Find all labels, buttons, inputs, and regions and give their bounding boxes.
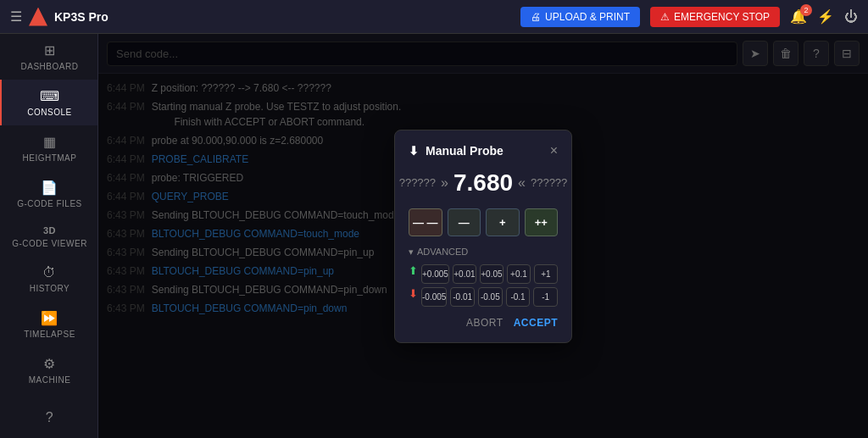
printer-icon: 🖨 bbox=[531, 11, 541, 23]
fine-down-001[interactable]: -0.01 bbox=[450, 287, 475, 307]
fine-up-0005[interactable]: +0.005 bbox=[421, 264, 449, 284]
history-icon: ⏱ bbox=[42, 265, 57, 280]
sidebar-item-heightmap[interactable]: ▦ HEIGHTMAP bbox=[0, 125, 97, 171]
fine-up-001[interactable]: +0.01 bbox=[453, 264, 476, 284]
timelapse-icon: ⏩ bbox=[41, 310, 58, 326]
fine-down-1[interactable]: -1 bbox=[533, 287, 558, 307]
fine-up-01[interactable]: +0.1 bbox=[507, 264, 531, 284]
modal-close-button[interactable]: × bbox=[550, 144, 558, 158]
left-question-marks: ?????? bbox=[399, 176, 436, 189]
notification-badge: 2 bbox=[800, 4, 812, 16]
probe-display: ?????? » 7.680 « ?????? bbox=[409, 169, 558, 197]
sidebar-item-timelapse[interactable]: ⏩ TIMELAPSE bbox=[0, 302, 97, 347]
sidebar-item-machine[interactable]: ⚙ MACHINE bbox=[0, 347, 97, 393]
gcode-viewer-icon: 3D bbox=[43, 225, 56, 236]
move-plus-button[interactable]: + bbox=[486, 208, 520, 236]
sidebar-item-console[interactable]: ⌨ CONSOLE bbox=[0, 80, 97, 125]
down-icon: ⬇ bbox=[409, 287, 418, 307]
dashboard-icon: ⊞ bbox=[44, 42, 56, 58]
move-minus-button[interactable]: — bbox=[448, 208, 481, 236]
up-icon: ⬆ bbox=[409, 264, 418, 284]
fine-up-005[interactable]: +0.05 bbox=[480, 264, 504, 284]
hamburger-icon[interactable]: ☰ bbox=[10, 8, 22, 25]
topbar-right: 🖨 UPLOAD & PRINT ⚠ EMERGENCY STOP 🔔 2 ⚡ … bbox=[520, 7, 858, 27]
fine-up-1[interactable]: +1 bbox=[534, 264, 558, 284]
upload-print-button[interactable]: 🖨 UPLOAD & PRINT bbox=[520, 7, 640, 27]
power-icon[interactable]: ⏻ bbox=[844, 9, 858, 25]
console-icon: ⌨ bbox=[40, 88, 60, 104]
fine-down-005[interactable]: -0.05 bbox=[478, 287, 503, 307]
sidebar-item-history[interactable]: ⏱ HISTORY bbox=[0, 257, 97, 302]
accept-button[interactable]: ACCEPT bbox=[514, 317, 558, 329]
topbar: ☰ KP3S Pro 🖨 UPLOAD & PRINT ⚠ EMERGENCY … bbox=[0, 0, 868, 34]
fine-down-0005[interactable]: -0.005 bbox=[421, 287, 447, 307]
modal-overlay: ⬇ Manual Probe × ?????? » 7.680 « ??????… bbox=[98, 34, 868, 438]
probe-download-icon: ⬇ bbox=[409, 144, 419, 158]
alert-icon[interactable]: ⚡ bbox=[817, 8, 834, 25]
emergency-stop-button[interactable]: ⚠ EMERGENCY STOP bbox=[650, 7, 780, 27]
move-plus-plus-button[interactable]: ++ bbox=[525, 208, 559, 236]
sidebar-bottom: ? bbox=[0, 393, 97, 438]
sidebar-item-gcode-files[interactable]: 📄 G-CODE FILES bbox=[0, 171, 97, 217]
fine-up-buttons: ⬆ +0.005 +0.01 +0.05 +0.1 +1 bbox=[409, 264, 558, 284]
notification-icon[interactable]: 🔔 2 bbox=[790, 8, 807, 25]
app-title: KP3S Pro bbox=[54, 10, 108, 24]
advanced-toggle[interactable]: ▾ ADVANCED bbox=[409, 247, 558, 258]
main-layout: ⊞ DASHBOARD ⌨ CONSOLE ▦ HEIGHTMAP 📄 G-CO… bbox=[0, 34, 868, 438]
logo-icon bbox=[29, 8, 47, 26]
gcode-files-icon: 📄 bbox=[41, 180, 58, 196]
modal-header: ⬇ Manual Probe × bbox=[409, 144, 558, 158]
stop-icon: ⚠ bbox=[660, 11, 670, 23]
move-minus-minus-button[interactable]: — — bbox=[409, 208, 442, 236]
machine-icon: ⚙ bbox=[43, 356, 56, 372]
fine-down-01[interactable]: -0.1 bbox=[506, 287, 531, 307]
topbar-left: ☰ KP3S Pro bbox=[10, 8, 108, 26]
sidebar: ⊞ DASHBOARD ⌨ CONSOLE ▦ HEIGHTMAP 📄 G-CO… bbox=[0, 34, 98, 438]
sidebar-item-help[interactable]: ? bbox=[0, 402, 97, 434]
chevron-left-icon: « bbox=[518, 175, 526, 191]
sidebar-item-gcode-viewer[interactable]: 3D G-CODE VIEWER bbox=[0, 217, 97, 257]
chevron-right-icon: » bbox=[441, 175, 448, 191]
abort-button[interactable]: ABORT bbox=[466, 317, 504, 329]
move-buttons: — — — + ++ bbox=[409, 208, 558, 236]
fine-down-buttons: ⬇ -0.005 -0.01 -0.05 -0.1 -1 bbox=[409, 287, 558, 307]
manual-probe-modal: ⬇ Manual Probe × ?????? » 7.680 « ??????… bbox=[394, 130, 572, 343]
sidebar-item-dashboard[interactable]: ⊞ DASHBOARD bbox=[0, 34, 97, 80]
content-area: ➤ 🗑 ? ⊟ 6:44 PM Z position: ?????? --> 7… bbox=[98, 34, 868, 438]
heightmap-icon: ▦ bbox=[43, 134, 57, 150]
help-icon: ? bbox=[46, 410, 53, 425]
probe-value: 7.680 bbox=[453, 169, 513, 197]
modal-title: ⬇ Manual Probe bbox=[409, 144, 504, 158]
right-question-marks: ?????? bbox=[531, 176, 567, 189]
modal-footer: ABORT ACCEPT bbox=[409, 317, 558, 329]
chevron-down-icon: ▾ bbox=[409, 247, 414, 258]
